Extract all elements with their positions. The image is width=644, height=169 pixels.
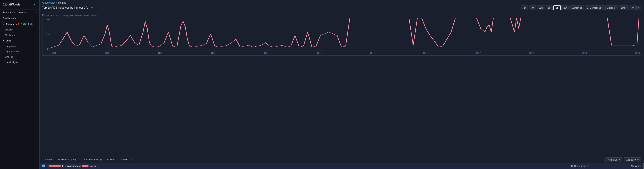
tab-browse[interactable]: Browse bbox=[42, 156, 55, 163]
time-button-3d[interactable]: 3d bbox=[553, 5, 561, 10]
sidebar-section-label: Logs bbox=[6, 39, 11, 42]
caret-down-icon: ▼ bbox=[3, 40, 5, 42]
metric-name: CPUUtilization bbox=[571, 165, 586, 167]
x-label-5: 06/16 bbox=[317, 52, 322, 54]
breadcrumb-current: Metrics bbox=[58, 2, 66, 4]
tab-multi-source-query[interactable]: Multi source query bbox=[55, 156, 79, 163]
alarm-red-badge: ▲ 3 bbox=[15, 23, 19, 25]
add-query-caret-icon: ▾ bbox=[638, 158, 639, 161]
close-sidebar-button[interactable]: ✕ bbox=[32, 2, 37, 7]
tab-options[interactable]: Options bbox=[104, 156, 118, 163]
actions-label: Actions bbox=[607, 6, 615, 9]
line-type-dropdown[interactable]: Line ▾ bbox=[619, 6, 629, 10]
sidebar-item-label: Log groups bbox=[5, 45, 16, 48]
sidebar-item-live-tail[interactable]: Live Tail bbox=[0, 54, 40, 60]
timezone-dropdown[interactable]: UTC timezone ▾ bbox=[585, 6, 605, 10]
sidebar-item-in-alarm[interactable]: In alarm bbox=[0, 27, 40, 32]
main-content: CloudWatch › Metrics Top 10 RDS instance… bbox=[40, 0, 644, 169]
x-label-7: 06/17 bbox=[423, 52, 428, 54]
row-checkbox-cell[interactable] bbox=[42, 164, 46, 168]
sidebar-item-alarms[interactable]: ▼ Alarms ▲ 3 ✓ 50+ ◎ 50+ bbox=[0, 21, 40, 27]
x-label-2: 06/16 bbox=[158, 52, 162, 54]
x-label-9: 06/17 bbox=[529, 52, 534, 54]
chart-svg bbox=[50, 18, 641, 50]
resource-redacted-2: ████ bbox=[82, 165, 89, 167]
alarms-status: No alarms bbox=[631, 165, 641, 167]
sidebar-item-label: Favorites and recents bbox=[3, 11, 26, 14]
x-label-3: 06/16 bbox=[211, 52, 216, 54]
breadcrumb-separator: › bbox=[56, 2, 57, 4]
add-math-button[interactable]: Add math ▾ bbox=[605, 158, 622, 162]
chart-error-message: You can only query the most recent 3 hou… bbox=[51, 14, 97, 17]
edit-title-icon[interactable]: ✎ bbox=[91, 6, 93, 9]
sidebar-item-log-groups[interactable]: Log groups bbox=[0, 44, 40, 49]
sidebar-item-label: Live Tail bbox=[5, 56, 13, 58]
metric-cell: CPUUtilization ⓘ bbox=[571, 164, 619, 168]
tabs-row: Browse Multi source query Graphed metric… bbox=[40, 156, 644, 163]
add-query-button[interactable]: Add query ▾ bbox=[624, 158, 641, 162]
breadcrumb: CloudWatch › Metrics bbox=[42, 2, 641, 4]
alarms-badges: ▲ 3 ✓ 50+ ◎ 50+ bbox=[15, 23, 33, 25]
calendar-icon: ▦ bbox=[580, 6, 582, 9]
sidebar-title: CloudWatch bbox=[3, 3, 20, 6]
row-checkbox[interactable] bbox=[42, 164, 45, 167]
actions-caret-icon: ▾ bbox=[616, 7, 616, 9]
chart-container: 100 50.6 1.3 06/15 06/15 06/16 bbox=[42, 18, 641, 56]
timezone-caret-icon: ▾ bbox=[602, 7, 603, 9]
alarms-status-cell: No alarms bbox=[620, 165, 641, 167]
tab-label: Browse bbox=[45, 158, 52, 161]
page-title: Top 10 RDS instances by highest CP... bbox=[42, 6, 90, 9]
sidebar-item-favorites[interactable]: Favorites and recents › bbox=[0, 10, 40, 15]
sidebar-item-logs[interactable]: ▼ Logs bbox=[0, 38, 40, 44]
time-button-1d[interactable]: 1d bbox=[546, 6, 553, 10]
tabs-right-actions: Add math ▾ Add query ▾ bbox=[605, 158, 641, 162]
sidebar-item-all-alarms[interactable]: All alarms bbox=[0, 32, 40, 38]
time-button-3h[interactable]: 3h bbox=[529, 6, 536, 10]
y-axis: 100 50.6 1.3 bbox=[42, 18, 50, 50]
add-math-caret-icon: ▾ bbox=[618, 158, 620, 161]
custom-time-button[interactable]: Custom ▦ bbox=[570, 6, 584, 10]
chart-area: Percent You can only query the most rece… bbox=[40, 12, 644, 156]
x-label-4: 06/16 bbox=[264, 52, 268, 54]
table-row: p███████rds-encrypted-db-ap-████-cluster… bbox=[40, 163, 644, 169]
metrics-table: p███████rds-encrypted-db-ap-████-cluster… bbox=[40, 163, 644, 169]
sidebar-item-log-anomalies[interactable]: Log Anomalies bbox=[0, 49, 40, 54]
tab-graphed-metrics[interactable]: Graphed metrics (2) bbox=[79, 156, 104, 163]
tab-source[interactable]: Source bbox=[118, 156, 130, 163]
breadcrumb-parent[interactable]: CloudWatch bbox=[42, 2, 56, 4]
x-label-1: 06/15 bbox=[104, 52, 110, 54]
sidebar-item-logs-insights[interactable]: Logs Insights bbox=[0, 60, 40, 65]
vertical-scrollbar[interactable] bbox=[642, 163, 644, 169]
scroll-thumb[interactable] bbox=[642, 163, 644, 169]
extra-caret-button[interactable]: ▾ bbox=[636, 6, 641, 10]
sidebar-section-label: Alarms bbox=[6, 23, 14, 26]
add-query-label: Add query bbox=[626, 158, 636, 161]
resource-name: p███████rds-encrypted-db-ap-████-cluster bbox=[48, 165, 96, 167]
sidebar-header: CloudWatch ✕ bbox=[0, 0, 40, 10]
line-caret-icon: ▾ bbox=[626, 7, 627, 9]
tab-label: Graphed metrics (2) bbox=[82, 158, 102, 161]
time-button-12h[interactable]: 12h bbox=[537, 6, 545, 10]
y-axis-mid: 50.6 bbox=[42, 33, 50, 35]
info-icon[interactable]: ⓘ bbox=[586, 164, 588, 168]
alarm-green-badge: ✓ 50+ bbox=[20, 23, 26, 25]
sidebar-item-label: In alarm bbox=[5, 28, 13, 31]
x-label-11: 06/18 bbox=[635, 52, 640, 54]
chart-y-label: Percent bbox=[42, 14, 49, 16]
actions-dropdown[interactable]: Actions ▾ bbox=[606, 6, 618, 10]
alarm-gray-badge: ◎ 50+ bbox=[28, 23, 33, 25]
sidebar-item-dashboards[interactable]: Dashboards bbox=[0, 15, 40, 21]
time-button-1w[interactable]: 1w bbox=[562, 6, 569, 10]
timezone-label: UTC timezone bbox=[587, 6, 601, 9]
time-controls: 1h 3h 12h 1d 3d 1w Custom ▦ UTC timezone… bbox=[522, 5, 641, 10]
drag-handle-icon[interactable]: ≡ bbox=[130, 158, 134, 162]
y-axis-bottom: 1.3 bbox=[42, 48, 50, 50]
line-type-label: Line bbox=[621, 6, 625, 9]
sidebar-item-label: Log Anomalies bbox=[5, 50, 20, 53]
x-label-0: 06/15 bbox=[52, 52, 56, 54]
time-button-1h[interactable]: 1h bbox=[522, 6, 528, 10]
refresh-button[interactable]: ↻ bbox=[630, 5, 636, 10]
x-label-6: 06/17 bbox=[370, 52, 375, 54]
x-label-8: 06/17 bbox=[476, 52, 481, 54]
chart-plot bbox=[50, 18, 641, 50]
